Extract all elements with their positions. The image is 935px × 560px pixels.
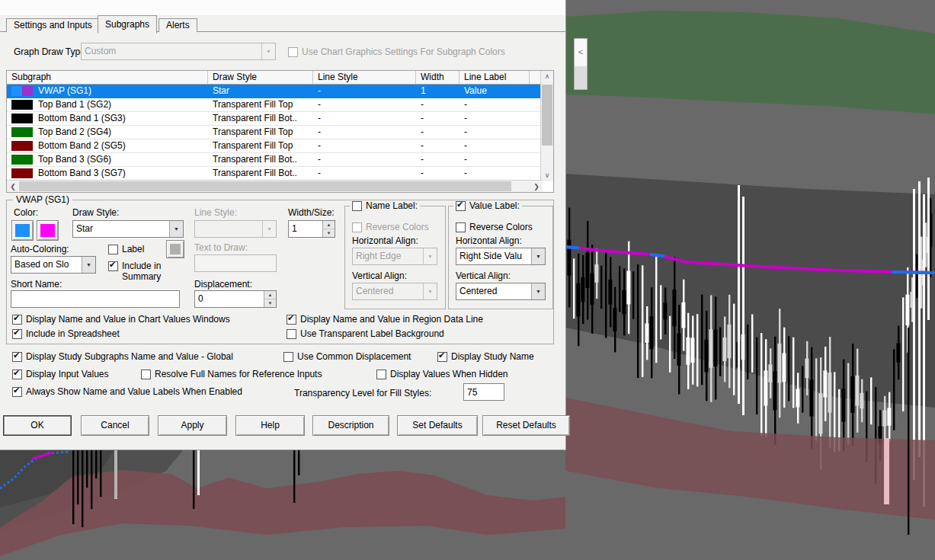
set-defaults-button[interactable]: Set Defaults xyxy=(397,415,478,436)
subgraph-table: Subgraph Draw Style Line Style Width Lin… xyxy=(6,70,554,193)
auto-coloring-label: Auto-Coloring: xyxy=(11,244,69,254)
table-horizontal-scrollbar[interactable]: ❮ ❯ xyxy=(7,180,543,192)
column-header-subgraph: Subgraph xyxy=(7,71,208,84)
table-row-bottom-band-3[interactable]: Bottom Band 3 (SG7) Transparent Fill Bot… xyxy=(7,167,553,181)
label-color-button xyxy=(166,240,184,258)
name-horizontal-align-label: Horizontal Align: xyxy=(352,235,418,246)
color-label: Color: xyxy=(14,207,38,218)
text-to-draw-input xyxy=(194,254,277,272)
use-common-displacement-checkbox[interactable]: Use Common Displacement xyxy=(283,351,411,362)
draw-style-label: Draw Style: xyxy=(72,207,119,218)
display-input-values-checkbox[interactable]: Display Input Values xyxy=(12,369,109,379)
scroll-up-arrow[interactable]: ∧ xyxy=(541,71,553,82)
auto-coloring-dropdown[interactable]: Based on Slo ▼ xyxy=(11,256,96,274)
display-values-when-hidden-checkbox[interactable]: Display Values When Hidden xyxy=(376,369,508,379)
table-row-bottom-band-2[interactable]: Bottom Band 2 (SG5) Transparent Fill Top… xyxy=(7,139,553,153)
scroll-right-arrow[interactable]: ❯ xyxy=(530,183,543,190)
cancel-button[interactable]: Cancel xyxy=(81,415,149,436)
text-to-draw-label: Text to Draw: xyxy=(194,242,248,253)
include-in-spreadsheet-checkbox[interactable]: Include in Spreadsheet xyxy=(12,328,120,339)
ok-button[interactable]: OK xyxy=(3,415,72,436)
chevron-down-icon: ▼ xyxy=(261,43,275,59)
label-checkbox[interactable]: Label xyxy=(108,244,144,254)
name-vertical-align-dropdown: Centered ▼ xyxy=(352,283,437,300)
table-body: VWAP (SG1) Star - 1 Value Top Band 1 (SG… xyxy=(7,85,553,183)
value-label-group: Value Label: Reverse Colors Horizontal A… xyxy=(448,206,553,309)
display-study-subgraphs-global-checkbox[interactable]: Display Study Subgraphs Name and Value -… xyxy=(12,351,233,362)
name-label-group: Name Label: Reverse Colors Horizontal Al… xyxy=(344,206,446,309)
name-reverse-colors-checkbox: Reverse Colors xyxy=(352,222,429,232)
vertical-scroll-thumb[interactable] xyxy=(542,85,552,146)
chevron-down-icon: ▼ xyxy=(82,257,95,273)
resolve-full-names-checkbox[interactable]: Resolve Full Names for Reference Inputs xyxy=(141,369,322,379)
graph-draw-type-value: Custom xyxy=(82,43,261,59)
primary-color-button[interactable] xyxy=(11,220,34,241)
value-label-checkbox[interactable]: Value Label: xyxy=(453,200,522,211)
value-vertical-align-dropdown[interactable]: Centered ▼ xyxy=(456,283,546,300)
vwap-line-blue-end xyxy=(892,272,935,273)
panel-collapse-strip[interactable]: < xyxy=(574,38,588,90)
chevron-down-icon: ▼ xyxy=(423,248,437,264)
table-row-bottom-band-1[interactable]: Bottom Band 1 (SG3) Transparent Fill Bot… xyxy=(7,112,553,126)
displacement-stepper[interactable]: 0 ▲▼ xyxy=(194,290,277,308)
always-show-labels-checkbox[interactable]: Always Show Name and Value Labels When E… xyxy=(12,386,242,397)
transparent-label-background-checkbox[interactable]: Use Transparent Label Background xyxy=(287,328,444,339)
display-chart-values-checkbox[interactable]: Display Name and Value in Chart Values W… xyxy=(12,314,230,325)
tab-settings-and-inputs[interactable]: Settings and Inputs xyxy=(6,18,100,32)
chevron-down-icon: ▼ xyxy=(531,283,545,299)
value-horizontal-align-dropdown[interactable]: Right Side Valu ▼ xyxy=(456,248,546,265)
transparency-level-label: Transparency Level for Fill Styles: xyxy=(294,388,431,398)
primary-color-swatch xyxy=(15,224,30,237)
spin-down-icon: ▼ xyxy=(323,229,335,237)
chevron-down-icon: ▼ xyxy=(423,283,437,299)
tab-subgraphs[interactable]: Subgraphs xyxy=(98,15,157,34)
screen: < Settings and Inputs Subgraphs Alerts G… xyxy=(0,0,935,560)
value-reverse-colors-checkbox[interactable]: Reverse Colors xyxy=(456,222,533,232)
graph-draw-type-label: Graph Draw Type: xyxy=(14,46,88,57)
candle-pink xyxy=(884,438,889,504)
description-button[interactable]: Description xyxy=(312,415,389,436)
horizontal-scroll-thumb[interactable] xyxy=(19,181,511,191)
chevron-down-icon: ▼ xyxy=(169,221,183,237)
short-name-label: Short Name: xyxy=(11,279,62,290)
table-row-top-band-2[interactable]: Top Band 2 (SG4) Transparent Fill Top - … xyxy=(7,126,553,139)
use-chart-graphics-checkbox: Use Chart Graphics Settings For Subgraph… xyxy=(288,46,505,57)
reset-defaults-button[interactable]: Reset Defaults xyxy=(482,415,570,436)
value-horizontal-align-label: Horizontal Align: xyxy=(456,235,522,246)
panel-collapse-icon[interactable]: < xyxy=(575,39,587,66)
candle-wick-long-1 xyxy=(908,328,909,535)
table-row-vwap[interactable]: VWAP (SG1) Star - 1 Value xyxy=(7,85,553,98)
tab-alerts[interactable]: Alerts xyxy=(159,18,197,32)
display-region-data-line-checkbox[interactable]: Display Name and Value in Region Data Li… xyxy=(287,314,483,325)
width-size-stepper[interactable]: 1 ▲▼ xyxy=(288,220,335,238)
include-in-summary-checkbox[interactable]: Include in Summary xyxy=(108,261,177,282)
secondary-color-swatch xyxy=(40,224,55,237)
study-settings-dialog: Settings and Inputs Subgraphs Alerts Gra… xyxy=(0,0,566,450)
table-row-top-band-3[interactable]: Top Band 3 (SG6) Transparent Fill Bot.. … xyxy=(7,153,553,167)
spin-up-icon: ▲ xyxy=(323,221,335,229)
display-study-name-checkbox[interactable]: Display Study Name xyxy=(437,351,534,362)
line-style-dropdown: ▼ xyxy=(194,220,277,238)
scroll-down-arrow[interactable]: ∨ xyxy=(541,170,553,181)
help-button[interactable]: Help xyxy=(235,415,305,436)
transparency-level-input[interactable] xyxy=(463,383,504,401)
apply-button[interactable]: Apply xyxy=(158,415,227,436)
name-horizontal-align-dropdown: Right Edge ▼ xyxy=(352,248,437,265)
table-row-top-band-1[interactable]: Top Band 1 (SG2) Transparent Fill Top - … xyxy=(7,98,553,112)
table-header: Subgraph Draw Style Line Style Width Lin… xyxy=(7,71,553,85)
scroll-left-arrow[interactable]: ❮ xyxy=(7,183,19,190)
table-vertical-scrollbar[interactable]: ∧ ∨ xyxy=(540,71,553,181)
vwap-line-blue-mid xyxy=(650,254,664,256)
group-title: VWAP (SG1) xyxy=(13,194,72,205)
name-label-checkbox[interactable]: Name Label: xyxy=(350,200,420,211)
secondary-color-button[interactable] xyxy=(37,220,59,241)
short-name-input[interactable] xyxy=(11,290,180,308)
spin-down-icon: ▼ xyxy=(264,299,276,307)
column-header-width: Width xyxy=(416,71,459,84)
column-header-draw-style: Draw Style xyxy=(208,71,313,84)
draw-style-dropdown[interactable]: Star ▼ xyxy=(72,220,184,238)
width-size-label: Width/Size: xyxy=(288,207,335,218)
column-header-line-label: Line Label xyxy=(459,71,530,84)
use-chart-graphics-label: Use Chart Graphics Settings For Subgraph… xyxy=(302,46,505,57)
label-color-swatch xyxy=(170,244,181,254)
